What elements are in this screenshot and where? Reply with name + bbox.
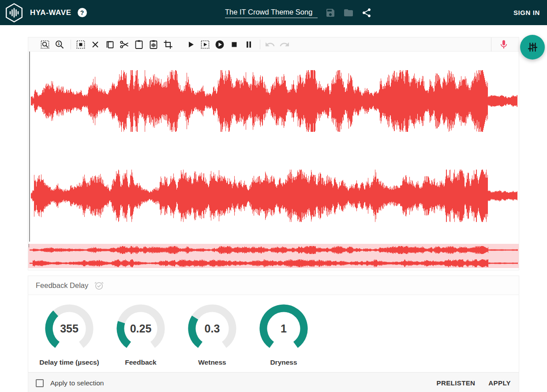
effects-fab-button[interactable] xyxy=(520,35,545,60)
effect-panel: Feedback Delay 355Delay time (µsecs)0.25… xyxy=(28,276,519,392)
alarm-check-icon xyxy=(94,280,104,291)
paste-icon[interactable] xyxy=(134,39,144,50)
tune-sliders-icon xyxy=(526,41,539,53)
save-icon[interactable] xyxy=(325,7,336,18)
sign-in-button[interactable]: SIGN IN xyxy=(513,9,540,16)
knobs-row: 355Delay time (µsecs)0.25Feedback0.3Wetn… xyxy=(28,295,519,372)
effect-title: Feedback Delay xyxy=(36,281,88,290)
overview-canvas[interactable] xyxy=(28,244,519,268)
knob-dial-delay-time[interactable]: 355 xyxy=(45,304,94,353)
knob-label: Wetness xyxy=(198,358,226,366)
toolbar: 1 xyxy=(28,37,519,52)
zoom-selection-icon[interactable] xyxy=(40,39,50,50)
zoom-reset-icon[interactable]: 1 xyxy=(54,39,65,50)
copy-icon[interactable] xyxy=(105,39,115,50)
cut-icon[interactable] xyxy=(119,39,130,50)
record-area xyxy=(491,37,519,52)
app-header: HYA-WAVE ? SIGN IN xyxy=(0,0,547,25)
crop-icon[interactable] xyxy=(163,39,173,50)
knob-label: Delay time (µsecs) xyxy=(39,358,99,366)
knob-dial-feedback[interactable]: 0.25 xyxy=(116,304,165,353)
svg-text:1: 1 xyxy=(58,41,60,46)
pause-icon[interactable] xyxy=(244,39,254,50)
mic-icon[interactable] xyxy=(498,39,509,50)
knob-dial-wetness[interactable]: 0.3 xyxy=(187,304,237,353)
effect-panel-header: Feedback Delay xyxy=(28,276,519,295)
apply-button[interactable]: APPLY xyxy=(488,379,511,387)
effect-panel-footer: Apply to selection PRELISTEN APPLY xyxy=(28,372,519,392)
toolbar-separator xyxy=(71,40,71,49)
select-all-icon[interactable] xyxy=(75,39,86,50)
waveform-overview[interactable] xyxy=(28,244,519,268)
knob-label: Dryness xyxy=(270,358,297,366)
apply-to-selection-label: Apply to selection xyxy=(50,379,104,387)
stop-icon[interactable] xyxy=(229,39,240,50)
playhead-cursor xyxy=(29,52,30,242)
waveform-display[interactable] xyxy=(28,52,519,242)
project-title-input[interactable] xyxy=(225,7,318,18)
knob-label: Feedback xyxy=(125,358,157,366)
share-icon[interactable] xyxy=(361,7,372,18)
toolbar-separator xyxy=(260,40,260,49)
paste-insert-icon[interactable] xyxy=(148,39,159,50)
undo-icon xyxy=(265,39,275,50)
hexagon-waveform-logo[interactable] xyxy=(4,2,25,23)
play-icon[interactable] xyxy=(185,39,196,50)
open-folder-icon[interactable] xyxy=(343,7,354,18)
knob-feedback: 0.25Feedback xyxy=(105,304,176,366)
help-icon[interactable]: ? xyxy=(78,8,87,17)
redo-icon xyxy=(279,39,290,50)
waveform-canvas[interactable] xyxy=(28,52,519,242)
editor-card: 1 xyxy=(28,37,519,270)
brand-name: HYA-WAVE xyxy=(30,8,71,17)
project-title-area xyxy=(225,0,372,25)
knob-dryness: 1Dryness xyxy=(248,304,319,366)
apply-to-selection-checkbox[interactable] xyxy=(36,379,44,387)
play-selection-icon[interactable] xyxy=(200,39,210,50)
knob-delay-time: 355Delay time (µsecs) xyxy=(34,304,105,366)
play-all-icon[interactable] xyxy=(214,39,225,50)
clear-selection-icon[interactable] xyxy=(90,39,101,50)
prelisten-button[interactable]: PRELISTEN xyxy=(437,379,476,387)
overview-playhead xyxy=(29,244,29,247)
knob-dial-dryness[interactable]: 1 xyxy=(259,304,308,353)
knob-wetness: 0.3Wetness xyxy=(176,304,248,366)
